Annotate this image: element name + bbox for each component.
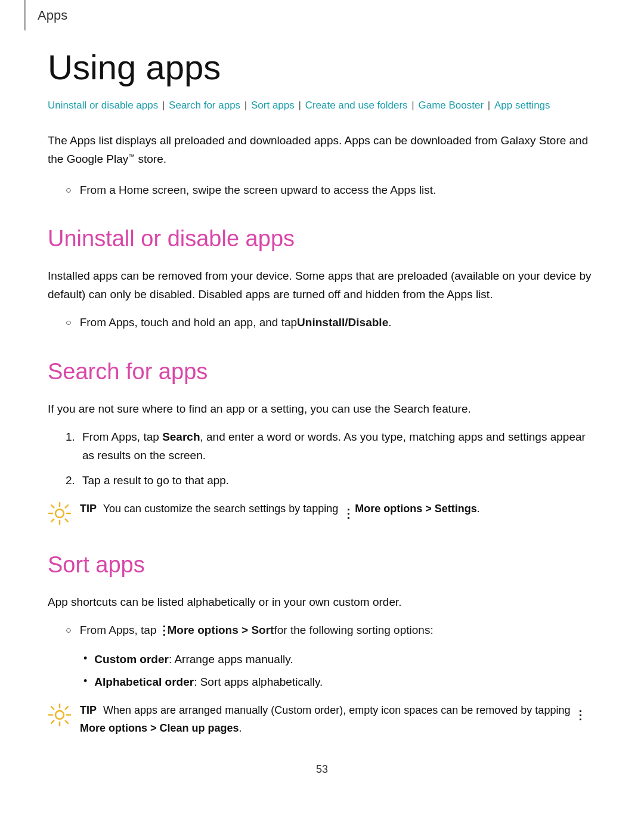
- intro-paragraph: The Apps list displays all preloaded and…: [48, 131, 596, 169]
- three-dots-icon-sort: [158, 621, 166, 631]
- three-dots-icon-sort-tip: [574, 705, 583, 716]
- svg-line-15: [66, 721, 68, 723]
- tip-icon-sort: [48, 703, 72, 727]
- nav-link-uninstall[interactable]: Uninstall or disable apps: [48, 100, 158, 111]
- page-footer: 53: [48, 761, 596, 790]
- nav-link-sort[interactable]: Sort apps: [251, 100, 295, 111]
- sort-sub-list: Custom order: Arrange apps manually. Alp…: [83, 650, 596, 691]
- three-dots-icon: [342, 504, 351, 515]
- intro-bullet: From a Home screen, swipe the screen upw…: [66, 181, 596, 199]
- nav-link-search[interactable]: Search for apps: [169, 100, 240, 111]
- sort-alpha-order: Alphabetical order: Sort apps alphabetic…: [83, 673, 596, 691]
- search-step-2: 2. Tap a result to go to that app.: [66, 471, 596, 490]
- section-body-search: If you are not sure where to find an app…: [48, 400, 596, 418]
- svg-point-0: [55, 509, 64, 518]
- tip-icon-search: [48, 501, 72, 525]
- search-tip-text: TIP You can customize the search setting…: [80, 500, 480, 518]
- svg-line-7: [66, 505, 68, 507]
- search-tip: TIP You can customize the search setting…: [48, 500, 596, 525]
- nav-links: Uninstall or disable apps | Search for a…: [48, 97, 596, 114]
- sort-bullet: From Apps, tap More options > Sort for t…: [66, 621, 596, 639]
- search-steps-list: 1. From Apps, tap Search, and enter a wo…: [66, 428, 596, 490]
- svg-line-16: [66, 707, 68, 709]
- svg-line-14: [51, 707, 54, 709]
- svg-line-5: [51, 505, 54, 507]
- nav-link-folders[interactable]: Create and use folders: [305, 100, 408, 111]
- page-number: 53: [316, 763, 328, 775]
- section-heading-uninstall: Uninstall or disable apps: [48, 221, 596, 257]
- svg-line-17: [51, 721, 54, 723]
- nav-link-gamebooster[interactable]: Game Booster: [419, 100, 484, 111]
- svg-line-6: [66, 519, 68, 522]
- topbar-label: Apps: [24, 0, 644, 30]
- section-heading-sort: Sort apps: [48, 547, 596, 583]
- uninstall-bullet: From Apps, touch and hold an app, and ta…: [66, 313, 596, 332]
- search-step-1: 1. From Apps, tap Search, and enter a wo…: [66, 428, 596, 465]
- svg-line-8: [51, 519, 54, 522]
- page-title: Using apps: [48, 48, 596, 86]
- sort-tip-text: TIP When apps are arranged manually (Cus…: [80, 702, 596, 737]
- svg-point-9: [55, 711, 64, 719]
- section-body-uninstall: Installed apps can be removed from your …: [48, 267, 596, 304]
- section-heading-search: Search for apps: [48, 354, 596, 390]
- sort-tip: TIP When apps are arranged manually (Cus…: [48, 702, 596, 737]
- topbar-text: Apps: [38, 8, 67, 23]
- sort-custom-order: Custom order: Arrange apps manually.: [83, 650, 596, 668]
- nav-link-appsettings[interactable]: App settings: [494, 100, 550, 111]
- section-body-sort: App shortcuts can be listed alphabetical…: [48, 593, 596, 611]
